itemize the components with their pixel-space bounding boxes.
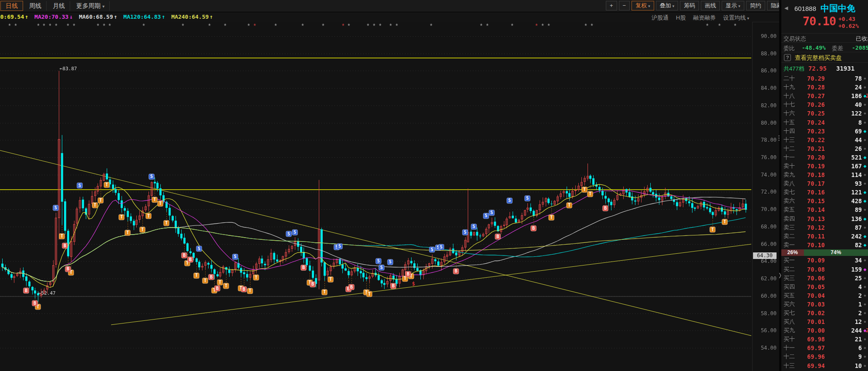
level-price: 70.06 xyxy=(801,275,825,282)
tab-period-1[interactable]: 周线 xyxy=(24,1,47,11)
toolbar-button-3[interactable]: 叠加▾ xyxy=(656,1,679,10)
level-label: 买一 xyxy=(781,256,801,264)
orderbook-row-buy-4[interactable]: 买五70.042◆ xyxy=(781,291,868,300)
submenu-item-2[interactable]: 融资融券 xyxy=(693,14,716,22)
collapse-left-icon[interactable]: ◀ xyxy=(784,5,788,11)
orderbook-row-sell-3[interactable]: 十七70.2640◆ xyxy=(781,100,868,109)
level-qty: 8 xyxy=(825,119,862,126)
orderbook-row-buy-2[interactable]: 买三70.0625◆ xyxy=(781,274,868,283)
level-qty: 428 xyxy=(825,197,862,204)
level-qty: 4 xyxy=(825,283,862,290)
orderbook-row-sell-9[interactable]: 十一70.20521◆ xyxy=(781,153,868,162)
level-qty: 9 xyxy=(825,353,862,360)
orderbook-row-sell-2[interactable]: 十八70.27186◆2 xyxy=(781,92,868,100)
axis-label-86.00: 86.00 xyxy=(751,68,777,74)
ma-legend-text: MA10:69.54 xyxy=(0,14,24,20)
level-price: 70.03 xyxy=(801,301,825,308)
orderbook-row-buy-10[interactable]: 十一69.976◆ xyxy=(781,344,868,352)
axis-label-62.00: 62.00 xyxy=(751,276,777,282)
orderbook-row-sell-4[interactable]: 十六70.25122◆ xyxy=(781,109,868,118)
toolbar-button-5[interactable]: 画线 xyxy=(701,1,720,10)
orderbook-row-sell-18[interactable]: 卖二70.11242◆ xyxy=(781,232,868,241)
level-label: 十三 xyxy=(781,362,801,370)
level-qty: 122 xyxy=(825,110,862,117)
orderbook-row-sell-14[interactable]: 卖六70.15428◆ xyxy=(781,197,868,205)
level-price: 70.27 xyxy=(801,92,825,99)
orderbook-row-sell-15[interactable]: 卖五70.1489◆ xyxy=(781,205,868,214)
axis-label-88.00: 88.00 xyxy=(751,51,777,57)
orderbook-row-sell-8[interactable]: 十二70.2126◆ xyxy=(781,144,868,153)
orderbook-row-buy-6[interactable]: 买七70.022◆ xyxy=(781,309,868,317)
toolbar-button-6[interactable]: 显示▾ xyxy=(722,1,744,10)
diamond-flag-icon: ◆ xyxy=(862,303,868,306)
candlestick-chart[interactable] xyxy=(0,22,752,371)
arrow-up-icon: ↑ xyxy=(25,14,28,20)
orderbook-row-buy-5[interactable]: 买六70.031◆ xyxy=(781,300,868,309)
toolbar-button-2[interactable]: 复权▾ xyxy=(632,1,654,10)
diamond-flag-icon: ◆ xyxy=(862,147,868,150)
level-label: 买四 xyxy=(781,283,801,291)
toolbar-button-0[interactable]: + xyxy=(606,1,617,10)
diamond-flag-icon: ◆ xyxy=(862,226,868,229)
orderbook-row-sell-13[interactable]: 卖七70.16121◆ xyxy=(781,188,868,197)
help-icon[interactable]: ? xyxy=(784,54,791,61)
orderbook-row-sell-11[interactable]: 卖九70.18114◆ xyxy=(781,170,868,179)
level-qty: 93 xyxy=(825,180,862,187)
orderbook-row-buy-9[interactable]: 买十69.9821◆ xyxy=(781,335,868,344)
chevron-down-icon: ▾ xyxy=(672,4,675,8)
submenu-item-0[interactable]: 沪股通 xyxy=(652,14,669,22)
toolbar-button-4[interactable]: 筹码 xyxy=(680,1,699,10)
orderbook-row-buy-8[interactable]: 买九70.00244◆2 xyxy=(781,326,868,335)
edge-extra-value: 2 xyxy=(866,327,868,334)
orderbook-row-sell-1[interactable]: 十九70.2824◆ xyxy=(781,83,868,92)
orderbook-row-sell-12[interactable]: 卖八70.1793◆ xyxy=(781,179,868,188)
orderbook-row-sell-16[interactable]: 卖四70.13136◆ xyxy=(781,214,868,223)
orderbook-row-sell-0[interactable]: 二十70.2978◆ xyxy=(781,74,868,83)
toolbar-button-7[interactable]: 简约 xyxy=(746,1,765,10)
level-label: 十七 xyxy=(781,101,801,109)
level-price: 70.24 xyxy=(801,119,825,126)
level-price: 70.15 xyxy=(801,197,825,204)
orderbook-row-buy-12[interactable]: 十三69.9410◆ xyxy=(781,361,868,370)
order-book: 二十70.2978◆十九70.2824◆十八70.27186◆2十七70.264… xyxy=(781,74,868,370)
orderbook-row-sell-7[interactable]: 十三70.2244◆ xyxy=(781,136,868,144)
orderbook-row-sell-10[interactable]: 卖十70.19167◆ xyxy=(781,162,868,170)
diamond-flag-icon: ◆ xyxy=(862,346,868,350)
level-qty: 2 xyxy=(825,292,862,299)
diamond-flag-icon: ◆ xyxy=(862,182,868,185)
diamond-flag-icon: ◆ xyxy=(862,85,868,89)
level-label: 买八 xyxy=(781,318,801,326)
level-label: 卖三 xyxy=(781,224,801,231)
submenu-item-3[interactable]: 设置均线▾ xyxy=(723,14,749,22)
full-book-row: ? 查看完整档买卖盘 xyxy=(781,52,868,62)
trade-status-row: 交易状态 已收盘 xyxy=(781,33,868,42)
level-qty: 26 xyxy=(825,145,862,152)
weicha-label: 委差 xyxy=(832,44,843,52)
orderbook-row-buy-0[interactable]: 买一70.0934◆ xyxy=(781,256,868,265)
orderbook-row-buy-7[interactable]: 买八70.0112◆ xyxy=(781,317,868,326)
axis-label-60.00: 60.00 xyxy=(751,293,777,299)
level-qty: 25 xyxy=(825,275,862,282)
level-price: 69.96 xyxy=(801,353,825,360)
diamond-flag-icon: ◆ xyxy=(862,199,868,203)
toolbar-button-1[interactable]: − xyxy=(619,1,630,10)
axis-label-84.00: 84.00 xyxy=(751,85,777,91)
full-book-link[interactable]: 查看完整档买卖盘 xyxy=(795,54,842,62)
orderbook-row-buy-11[interactable]: 十二69.969◆ xyxy=(781,352,868,361)
orderbook-row-buy-3[interactable]: 买四70.054◆ xyxy=(781,283,868,291)
orderbook-row-buy-1[interactable]: 买二70.08159◆ xyxy=(781,265,868,273)
orderbook-row-sell-17[interactable]: 卖三70.1287◆ xyxy=(781,223,868,232)
tab-period-2[interactable]: 月线 xyxy=(47,1,70,11)
orderbook-row-sell-5[interactable]: 十五70.248◆ xyxy=(781,118,868,126)
quote-header: ◀ 601888 中国中免 xyxy=(781,3,868,14)
app-window: 日线周线月线更多周期▾ +−复权▾叠加▾筹码画线显示▾简约隐藏» MA10:69… xyxy=(0,0,868,371)
submenu-item-1[interactable]: H股 xyxy=(676,14,686,22)
ma-legend-text: MA240:64.59 xyxy=(171,14,209,20)
level-label: 卖五 xyxy=(781,206,801,214)
level-label: 十四 xyxy=(781,127,801,135)
tab-period-3[interactable]: 更多周期▾ xyxy=(71,1,110,11)
ma-legend-item-0: MA10:69.54↑ xyxy=(0,14,28,20)
tab-period-0[interactable]: 日线 xyxy=(0,1,23,11)
orderbook-row-sell-19[interactable]: 卖一70.1082◆ xyxy=(781,241,868,249)
orderbook-row-sell-6[interactable]: 十四70.2369◆ xyxy=(781,127,868,136)
